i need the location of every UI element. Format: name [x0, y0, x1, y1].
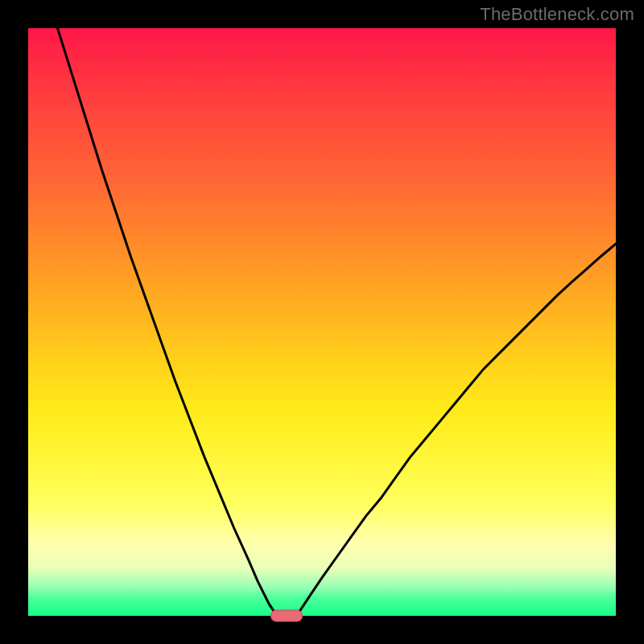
watermark-text: TheBottleneck.com: [480, 4, 634, 25]
curve-layer: [28, 28, 616, 616]
bottleneck-marker: [270, 610, 303, 622]
chart-container: TheBottleneck.com: [0, 0, 644, 644]
plot-area: [28, 28, 616, 616]
curve-right: [299, 244, 616, 613]
curve-left: [58, 28, 275, 613]
